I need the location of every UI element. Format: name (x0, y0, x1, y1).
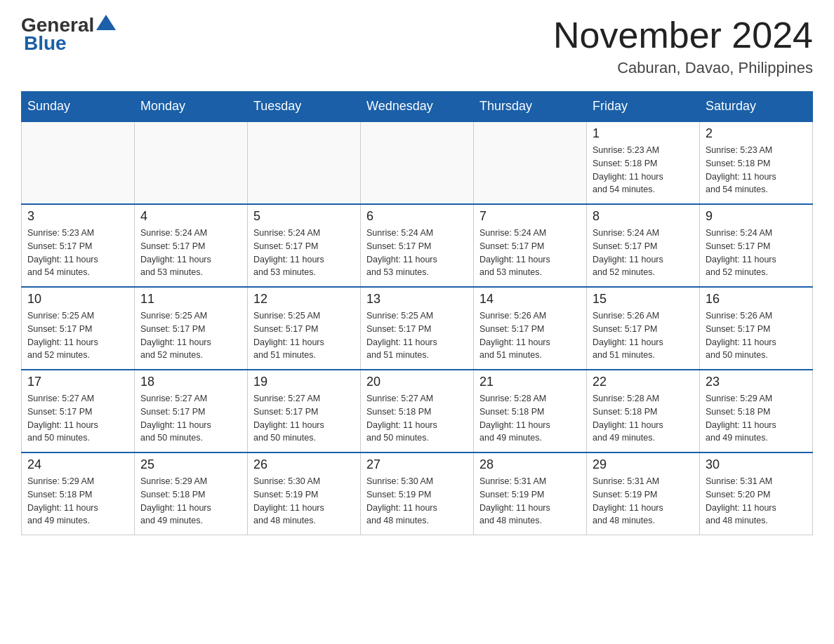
weekday-header-friday: Friday (587, 92, 700, 122)
calendar-cell (474, 121, 587, 204)
day-info: Sunrise: 5:28 AMSunset: 5:18 PMDaylight:… (593, 392, 694, 445)
day-info: Sunrise: 5:28 AMSunset: 5:18 PMDaylight:… (479, 392, 581, 445)
calendar-title: November 2024 (553, 14, 813, 56)
logo: General Blue (21, 14, 116, 55)
day-number: 28 (479, 457, 581, 472)
day-info: Sunrise: 5:30 AMSunset: 5:19 PMDaylight:… (253, 475, 355, 528)
day-info: Sunrise: 5:25 AMSunset: 5:17 PMDaylight:… (253, 309, 355, 362)
day-number: 4 (140, 209, 241, 224)
day-info: Sunrise: 5:29 AMSunset: 5:18 PMDaylight:… (27, 475, 128, 528)
day-number: 20 (366, 375, 468, 389)
calendar-cell (135, 121, 248, 204)
day-info: Sunrise: 5:26 AMSunset: 5:17 PMDaylight:… (593, 309, 694, 362)
calendar-cell: 27Sunrise: 5:30 AMSunset: 5:19 PMDayligh… (361, 452, 474, 535)
title-section: November 2024 Caburan, Davao, Philippine… (553, 14, 813, 77)
week-row-4: 17Sunrise: 5:27 AMSunset: 5:17 PMDayligh… (22, 370, 813, 452)
calendar-cell: 16Sunrise: 5:26 AMSunset: 5:17 PMDayligh… (700, 287, 813, 370)
day-info: Sunrise: 5:26 AMSunset: 5:17 PMDaylight:… (479, 309, 581, 362)
calendar-cell: 4Sunrise: 5:24 AMSunset: 5:17 PMDaylight… (135, 204, 248, 287)
calendar-cell (361, 121, 474, 204)
calendar-cell: 28Sunrise: 5:31 AMSunset: 5:19 PMDayligh… (474, 452, 587, 535)
weekday-header-monday: Monday (135, 92, 248, 122)
calendar-cell: 3Sunrise: 5:23 AMSunset: 5:17 PMDaylight… (22, 204, 135, 287)
day-number: 21 (479, 375, 581, 389)
day-number: 5 (253, 209, 355, 224)
day-number: 6 (366, 209, 468, 224)
day-number: 12 (253, 292, 355, 307)
calendar-cell: 8Sunrise: 5:24 AMSunset: 5:17 PMDaylight… (587, 204, 700, 287)
calendar-cell: 12Sunrise: 5:25 AMSunset: 5:17 PMDayligh… (248, 287, 361, 370)
day-number: 8 (593, 209, 694, 224)
calendar-cell: 13Sunrise: 5:25 AMSunset: 5:17 PMDayligh… (361, 287, 474, 370)
day-number: 1 (593, 126, 694, 141)
calendar-cell (248, 121, 361, 204)
calendar-cell: 18Sunrise: 5:27 AMSunset: 5:17 PMDayligh… (135, 370, 248, 452)
day-number: 13 (366, 292, 468, 307)
day-number: 25 (140, 457, 241, 472)
logo-triangle-icon (96, 15, 116, 30)
day-number: 14 (479, 292, 581, 307)
weekday-header-saturday: Saturday (700, 92, 813, 122)
day-info: Sunrise: 5:24 AMSunset: 5:17 PMDaylight:… (366, 227, 468, 279)
day-info: Sunrise: 5:27 AMSunset: 5:17 PMDaylight:… (140, 392, 241, 445)
day-number: 10 (27, 292, 128, 307)
calendar-cell: 26Sunrise: 5:30 AMSunset: 5:19 PMDayligh… (248, 452, 361, 535)
day-info: Sunrise: 5:31 AMSunset: 5:19 PMDaylight:… (479, 475, 581, 528)
day-number: 26 (253, 457, 355, 472)
day-info: Sunrise: 5:23 AMSunset: 5:18 PMDaylight:… (706, 144, 807, 196)
calendar-cell: 22Sunrise: 5:28 AMSunset: 5:18 PMDayligh… (587, 370, 700, 452)
week-row-3: 10Sunrise: 5:25 AMSunset: 5:17 PMDayligh… (22, 287, 813, 370)
day-info: Sunrise: 5:25 AMSunset: 5:17 PMDaylight:… (27, 309, 128, 362)
calendar-cell: 7Sunrise: 5:24 AMSunset: 5:17 PMDaylight… (474, 204, 587, 287)
weekday-header-sunday: Sunday (22, 92, 135, 122)
day-number: 7 (479, 209, 581, 224)
day-info: Sunrise: 5:29 AMSunset: 5:18 PMDaylight:… (706, 392, 807, 445)
day-info: Sunrise: 5:31 AMSunset: 5:20 PMDaylight:… (706, 475, 807, 528)
day-number: 19 (253, 375, 355, 389)
day-number: 9 (706, 209, 807, 224)
day-info: Sunrise: 5:24 AMSunset: 5:17 PMDaylight:… (479, 227, 581, 279)
day-number: 11 (140, 292, 241, 307)
day-info: Sunrise: 5:25 AMSunset: 5:17 PMDaylight:… (366, 309, 468, 362)
calendar-cell: 30Sunrise: 5:31 AMSunset: 5:20 PMDayligh… (700, 452, 813, 535)
day-info: Sunrise: 5:24 AMSunset: 5:17 PMDaylight:… (593, 227, 694, 279)
calendar-cell: 19Sunrise: 5:27 AMSunset: 5:17 PMDayligh… (248, 370, 361, 452)
weekday-header-wednesday: Wednesday (361, 92, 474, 122)
day-number: 3 (27, 209, 128, 224)
calendar-cell: 17Sunrise: 5:27 AMSunset: 5:17 PMDayligh… (22, 370, 135, 452)
calendar-cell: 9Sunrise: 5:24 AMSunset: 5:17 PMDaylight… (700, 204, 813, 287)
day-number: 24 (27, 457, 128, 472)
day-info: Sunrise: 5:31 AMSunset: 5:19 PMDaylight:… (593, 475, 694, 528)
day-info: Sunrise: 5:29 AMSunset: 5:18 PMDaylight:… (140, 475, 241, 528)
day-info: Sunrise: 5:23 AMSunset: 5:17 PMDaylight:… (27, 227, 128, 279)
week-row-5: 24Sunrise: 5:29 AMSunset: 5:18 PMDayligh… (22, 452, 813, 535)
day-info: Sunrise: 5:24 AMSunset: 5:17 PMDaylight:… (706, 227, 807, 279)
day-info: Sunrise: 5:26 AMSunset: 5:17 PMDaylight:… (706, 309, 807, 362)
day-number: 30 (706, 457, 807, 472)
calendar-cell: 1Sunrise: 5:23 AMSunset: 5:18 PMDaylight… (587, 121, 700, 204)
calendar-cell: 24Sunrise: 5:29 AMSunset: 5:18 PMDayligh… (22, 452, 135, 535)
calendar-cell: 21Sunrise: 5:28 AMSunset: 5:18 PMDayligh… (474, 370, 587, 452)
day-info: Sunrise: 5:23 AMSunset: 5:18 PMDaylight:… (593, 144, 694, 196)
week-row-1: 1Sunrise: 5:23 AMSunset: 5:18 PMDaylight… (22, 121, 813, 204)
weekday-header-thursday: Thursday (474, 92, 587, 122)
calendar-table: SundayMondayTuesdayWednesdayThursdayFrid… (21, 91, 813, 535)
calendar-cell: 2Sunrise: 5:23 AMSunset: 5:18 PMDaylight… (700, 121, 813, 204)
day-number: 15 (593, 292, 694, 307)
day-info: Sunrise: 5:24 AMSunset: 5:17 PMDaylight:… (140, 227, 241, 279)
calendar-cell: 14Sunrise: 5:26 AMSunset: 5:17 PMDayligh… (474, 287, 587, 370)
weekday-header-row: SundayMondayTuesdayWednesdayThursdayFrid… (22, 92, 813, 122)
calendar-cell: 11Sunrise: 5:25 AMSunset: 5:17 PMDayligh… (135, 287, 248, 370)
day-number: 2 (706, 126, 807, 141)
day-info: Sunrise: 5:25 AMSunset: 5:17 PMDaylight:… (140, 309, 241, 362)
calendar-cell: 20Sunrise: 5:27 AMSunset: 5:18 PMDayligh… (361, 370, 474, 452)
calendar-cell (22, 121, 135, 204)
calendar-cell: 25Sunrise: 5:29 AMSunset: 5:18 PMDayligh… (135, 452, 248, 535)
calendar-cell: 29Sunrise: 5:31 AMSunset: 5:19 PMDayligh… (587, 452, 700, 535)
day-info: Sunrise: 5:30 AMSunset: 5:19 PMDaylight:… (366, 475, 468, 528)
day-number: 22 (593, 375, 694, 389)
logo-text-blue: Blue (24, 32, 116, 55)
day-number: 16 (706, 292, 807, 307)
day-number: 27 (366, 457, 468, 472)
weekday-header-tuesday: Tuesday (248, 92, 361, 122)
